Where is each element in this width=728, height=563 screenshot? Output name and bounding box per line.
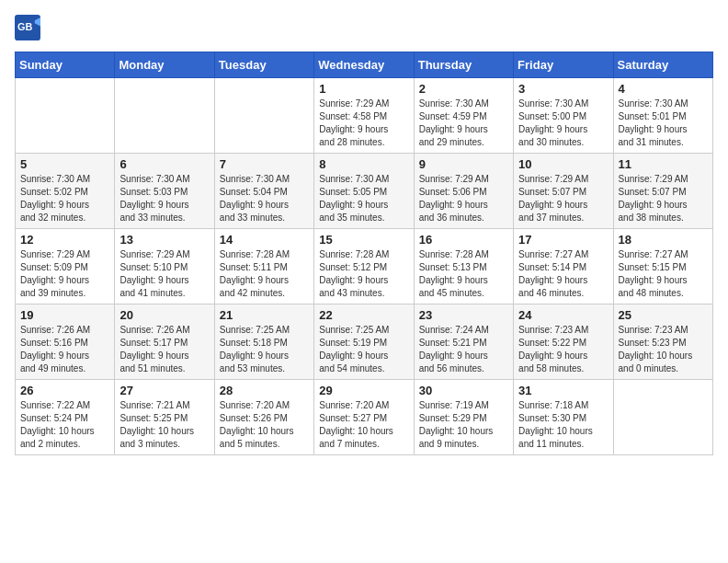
calendar-day-cell: 9Sunrise: 7:29 AMSunset: 5:06 PMDaylight… [414,154,513,229]
day-number: 4 [619,82,708,96]
day-number: 23 [419,308,508,322]
day-info: Sunrise: 7:19 AMSunset: 5:29 PMDaylight:… [419,399,508,451]
calendar-day-cell: 14Sunrise: 7:28 AMSunset: 5:11 PMDayligh… [214,229,313,304]
day-number: 26 [20,384,109,397]
day-info: Sunrise: 7:30 AMSunset: 5:01 PMDaylight:… [619,98,708,149]
calendar-day-cell: 3Sunrise: 7:30 AMSunset: 5:00 PMDaylight… [514,78,613,154]
calendar-table: SundayMondayTuesdayWednesdayThursdayFrid… [15,52,713,455]
day-number: 1 [319,82,408,96]
day-info: Sunrise: 7:23 AMSunset: 5:23 PMDaylight:… [619,324,708,375]
day-number: 11 [619,157,708,171]
day-info: Sunrise: 7:28 AMSunset: 5:13 PMDaylight:… [419,248,508,300]
day-number: 9 [419,157,508,171]
calendar-day-cell: 27Sunrise: 7:21 AMSunset: 5:25 PMDayligh… [115,380,214,455]
day-info: Sunrise: 7:29 AMSunset: 5:09 PMDaylight:… [20,248,109,300]
day-number: 18 [619,233,708,247]
day-number: 30 [419,384,508,397]
day-number: 10 [518,157,608,171]
day-info: Sunrise: 7:27 AMSunset: 5:14 PMDaylight:… [518,248,608,300]
calendar-day-cell: 16Sunrise: 7:28 AMSunset: 5:13 PMDayligh… [414,229,513,304]
day-info: Sunrise: 7:29 AMSunset: 4:58 PMDaylight:… [319,98,408,149]
weekday-header: Thursday [414,52,513,78]
calendar-week-row: 19Sunrise: 7:26 AMSunset: 5:16 PMDayligh… [16,304,713,380]
day-info: Sunrise: 7:30 AMSunset: 5:05 PMDaylight:… [319,173,408,224]
day-info: Sunrise: 7:18 AMSunset: 5:30 PMDaylight:… [518,399,608,451]
day-number: 15 [319,233,408,247]
calendar-day-cell: 23Sunrise: 7:24 AMSunset: 5:21 PMDayligh… [414,304,513,380]
calendar-week-row: 26Sunrise: 7:22 AMSunset: 5:24 PMDayligh… [16,380,713,455]
calendar-header-row: SundayMondayTuesdayWednesdayThursdayFrid… [16,52,713,78]
calendar-day-cell: 24Sunrise: 7:23 AMSunset: 5:22 PMDayligh… [514,304,613,380]
calendar-day-cell: 30Sunrise: 7:19 AMSunset: 5:29 PMDayligh… [414,380,513,455]
calendar-day-cell: 18Sunrise: 7:27 AMSunset: 5:15 PMDayligh… [613,229,712,304]
calendar-day-cell: 17Sunrise: 7:27 AMSunset: 5:14 PMDayligh… [514,229,613,304]
calendar-day-cell: 1Sunrise: 7:29 AMSunset: 4:58 PMDaylight… [314,78,414,154]
calendar-day-cell [214,78,313,154]
calendar-day-cell: 19Sunrise: 7:26 AMSunset: 5:16 PMDayligh… [16,304,115,380]
calendar-day-cell: 29Sunrise: 7:20 AMSunset: 5:27 PMDayligh… [314,380,414,455]
day-number: 28 [220,384,309,397]
day-number: 17 [518,233,608,247]
calendar-day-cell: 13Sunrise: 7:29 AMSunset: 5:10 PMDayligh… [115,229,214,304]
calendar-day-cell: 26Sunrise: 7:22 AMSunset: 5:24 PMDayligh… [16,380,115,455]
calendar-day-cell: 20Sunrise: 7:26 AMSunset: 5:17 PMDayligh… [115,304,214,380]
day-number: 3 [518,82,608,96]
logo-icon: GB [15,15,40,40]
logo: GB [15,15,44,40]
day-number: 12 [20,233,109,247]
day-info: Sunrise: 7:28 AMSunset: 5:11 PMDaylight:… [220,248,309,300]
weekday-header: Sunday [16,52,115,78]
day-info: Sunrise: 7:25 AMSunset: 5:19 PMDaylight:… [319,324,408,375]
day-number: 14 [220,233,309,247]
calendar-day-cell: 31Sunrise: 7:18 AMSunset: 5:30 PMDayligh… [514,380,613,455]
day-info: Sunrise: 7:30 AMSunset: 5:00 PMDaylight:… [518,98,608,149]
day-info: Sunrise: 7:20 AMSunset: 5:27 PMDaylight:… [319,399,408,451]
calendar-day-cell: 10Sunrise: 7:29 AMSunset: 5:07 PMDayligh… [514,154,613,229]
weekday-header: Tuesday [214,52,313,78]
day-info: Sunrise: 7:30 AMSunset: 5:04 PMDaylight:… [220,173,309,224]
day-info: Sunrise: 7:25 AMSunset: 5:18 PMDaylight:… [220,324,309,375]
day-number: 7 [220,157,309,171]
calendar-day-cell: 4Sunrise: 7:30 AMSunset: 5:01 PMDaylight… [613,78,712,154]
calendar-day-cell: 22Sunrise: 7:25 AMSunset: 5:19 PMDayligh… [314,304,414,380]
day-info: Sunrise: 7:27 AMSunset: 5:15 PMDaylight:… [619,248,708,300]
day-info: Sunrise: 7:22 AMSunset: 5:24 PMDaylight:… [20,399,109,451]
calendar-day-cell: 7Sunrise: 7:30 AMSunset: 5:04 PMDaylight… [214,154,313,229]
day-info: Sunrise: 7:29 AMSunset: 5:10 PMDaylight:… [119,248,209,300]
calendar-week-row: 12Sunrise: 7:29 AMSunset: 5:09 PMDayligh… [16,229,713,304]
day-info: Sunrise: 7:21 AMSunset: 5:25 PMDaylight:… [119,399,209,451]
day-number: 5 [20,157,109,171]
calendar-day-cell: 28Sunrise: 7:20 AMSunset: 5:26 PMDayligh… [214,380,313,455]
calendar-day-cell: 15Sunrise: 7:28 AMSunset: 5:12 PMDayligh… [314,229,414,304]
day-number: 22 [319,308,408,322]
day-number: 19 [20,308,109,322]
day-number: 24 [518,308,608,322]
calendar-week-row: 1Sunrise: 7:29 AMSunset: 4:58 PMDaylight… [16,78,713,154]
day-number: 16 [419,233,508,247]
day-info: Sunrise: 7:30 AMSunset: 5:02 PMDaylight:… [20,173,109,224]
day-info: Sunrise: 7:23 AMSunset: 5:22 PMDaylight:… [518,324,608,375]
day-info: Sunrise: 7:26 AMSunset: 5:16 PMDaylight:… [20,324,109,375]
day-info: Sunrise: 7:30 AMSunset: 4:59 PMDaylight:… [419,98,508,149]
calendar-day-cell: 8Sunrise: 7:30 AMSunset: 5:05 PMDaylight… [314,154,414,229]
day-number: 27 [119,384,209,397]
page-header: GB [15,15,713,40]
day-number: 13 [119,233,209,247]
day-info: Sunrise: 7:28 AMSunset: 5:12 PMDaylight:… [319,248,408,300]
svg-text:GB: GB [17,21,32,32]
weekday-header: Saturday [613,52,712,78]
calendar-day-cell: 11Sunrise: 7:29 AMSunset: 5:07 PMDayligh… [613,154,712,229]
calendar-day-cell: 5Sunrise: 7:30 AMSunset: 5:02 PMDaylight… [16,154,115,229]
calendar-day-cell: 2Sunrise: 7:30 AMSunset: 4:59 PMDaylight… [414,78,513,154]
weekday-header: Monday [115,52,214,78]
calendar-day-cell: 6Sunrise: 7:30 AMSunset: 5:03 PMDaylight… [115,154,214,229]
calendar-day-cell [613,380,712,455]
day-number: 21 [220,308,309,322]
calendar-day-cell: 25Sunrise: 7:23 AMSunset: 5:23 PMDayligh… [613,304,712,380]
day-number: 2 [419,82,508,96]
day-info: Sunrise: 7:20 AMSunset: 5:26 PMDaylight:… [220,399,309,451]
day-number: 29 [319,384,408,397]
day-number: 31 [518,384,608,397]
day-info: Sunrise: 7:29 AMSunset: 5:07 PMDaylight:… [518,173,608,224]
day-number: 6 [119,157,209,171]
